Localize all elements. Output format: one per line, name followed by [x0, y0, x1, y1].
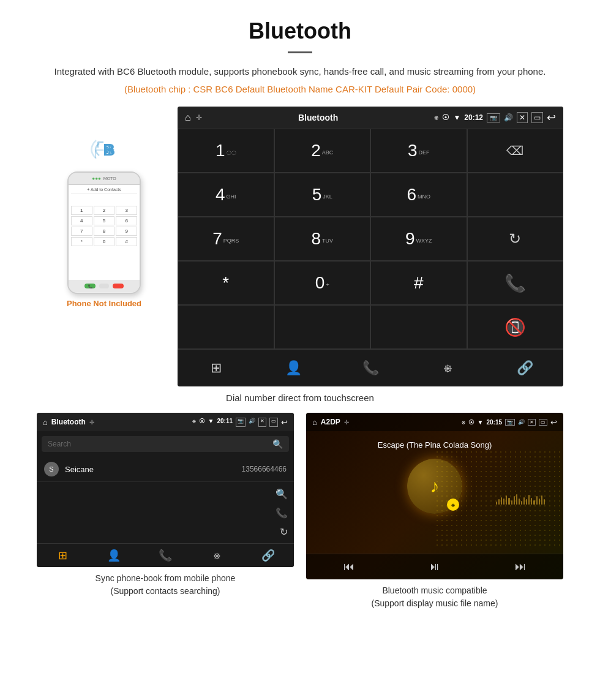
music-vol-icon[interactable]: 🔊 — [518, 419, 525, 425]
key-7[interactable]: 7 PQRS — [178, 217, 274, 261]
key-star[interactable]: * — [178, 261, 274, 305]
pb-time: 20:11 — [217, 418, 233, 427]
pb-contact-number: 13566664466 — [242, 465, 287, 473]
key-refresh[interactable]: ↻ — [467, 217, 564, 261]
pb-side-search-icon[interactable]: 🔍 — [276, 488, 288, 500]
key-empty-r5-1 — [178, 305, 274, 349]
music-time: 20:15 — [486, 419, 502, 426]
key-empty-r5-2 — [274, 305, 371, 349]
nav-grid[interactable]: ⊞ — [201, 356, 231, 380]
pb-bt-icon: ⎈ — [192, 418, 196, 427]
back-icon[interactable]: ↩ — [547, 111, 556, 124]
music-loc-icon: ⦿ — [468, 419, 474, 426]
close-icon[interactable]: ✕ — [517, 112, 528, 123]
pb-usb-icon: ✛ — [89, 419, 94, 426]
location-icon: ⦿ — [442, 113, 449, 122]
pb-contact-avatar: S — [44, 462, 59, 476]
pb-contact-row[interactable]: S Seicane 13566664466 — [37, 457, 294, 482]
dial-row: B ⎈ ●●● MOTO + A — [37, 107, 563, 386]
pb-back-icon[interactable]: ↩ — [281, 418, 288, 427]
nav-bluetooth[interactable]: ⎈ — [432, 356, 463, 380]
page-header: Bluetooth Integrated with BC6 Bluetooth … — [0, 0, 600, 100]
key-9[interactable]: 9 WXYZ — [370, 217, 467, 261]
key-4[interactable]: 4 GHI — [178, 173, 274, 217]
music-win-icon[interactable]: ▭ — [539, 419, 547, 426]
phone-image: ●●● MOTO + Add to Contacts 123 456 789 *… — [67, 171, 141, 294]
bt-symbol: ⎈ — [105, 141, 113, 158]
pb-search-bar[interactable]: Search 🔍 — [42, 436, 289, 452]
pb-side-refresh-icon[interactable]: ↻ — [280, 526, 288, 538]
phone-screen: + Add to Contacts 123 456 789 *0# — [69, 185, 140, 280]
bluetooth-signal: B ⎈ — [86, 131, 122, 168]
usb-icon: ✛ — [196, 113, 202, 122]
music-content: Escape (The Pina Colada Song) ♪ ⎈ — [306, 431, 563, 554]
music-back-icon[interactable]: ↩ — [550, 418, 557, 427]
pb-home-icon[interactable]: ⌂ — [43, 418, 48, 427]
specs-text: (Bluetooth chip : CSR BC6 Default Blueto… — [37, 84, 563, 94]
pb-nav-phone[interactable]: 📞 — [153, 549, 178, 562]
music-nav-prev-track[interactable]: ⏮ — [337, 560, 361, 573]
nav-link[interactable]: 🔗 — [509, 356, 540, 380]
pb-bottom-nav: ⊞ 👤 📞 ⎈ 🔗 — [37, 543, 294, 567]
pb-nav-bluetooth[interactable]: ⎈ — [204, 549, 229, 562]
pb-nav-grid[interactable]: ⊞ — [50, 549, 75, 562]
key-2[interactable]: 2 ABC — [274, 129, 371, 173]
backspace-icon[interactable]: ⌫ — [506, 143, 523, 158]
camera-icon[interactable]: 📷 — [487, 113, 500, 122]
car-bottom-nav: ⊞ 👤 📞 ⎈ 🔗 — [178, 349, 563, 386]
divider — [288, 51, 312, 53]
phonebook-screen: ⌂ Bluetooth ✛ ⎈ ⦿ ▼ 20:11 📷 🔊 ✕ ▭ ↩ — [37, 413, 294, 567]
music-nav-play-pause[interactable]: ⏯ — [422, 560, 447, 573]
music-home-icon[interactable]: ⌂ — [312, 418, 317, 427]
pb-side-phone-icon[interactable]: 📞 — [276, 507, 288, 519]
pb-contact-name: Seicane — [65, 465, 242, 474]
volume-icon[interactable]: 🔊 — [504, 113, 513, 122]
key-3[interactable]: 3 DEF — [370, 129, 467, 173]
pb-title: Bluetooth — [51, 418, 86, 426]
phone-call-green: 📞 — [84, 284, 96, 288]
bluetooth-status-icon: ⎈ — [434, 113, 438, 122]
pb-cam-icon[interactable]: 📷 — [236, 418, 246, 427]
pb-nav-link[interactable]: 🔗 — [256, 549, 280, 562]
music-cam-icon[interactable]: 📷 — [505, 419, 515, 426]
window-icon[interactable]: ▭ — [531, 112, 543, 123]
nav-phone[interactable]: 📞 — [355, 356, 386, 380]
topbar-left: ⌂ ✛ — [185, 112, 202, 123]
pb-close-icon[interactable]: ✕ — [258, 418, 266, 427]
phone-not-included-label: Phone Not Included — [67, 299, 141, 308]
key-6[interactable]: 6 MNO — [370, 173, 467, 217]
car-screen-dial: ⌂ ✛ Bluetooth ⎈ ⦿ ▼ 20:12 📷 🔊 ✕ ▭ ↩ — [178, 107, 563, 386]
music-close-icon[interactable]: ✕ — [528, 419, 536, 426]
music-bt-icon: ⎈ — [462, 419, 465, 426]
music-nav-next-track[interactable]: ⏭ — [508, 560, 533, 573]
topbar-title: Bluetooth — [298, 113, 338, 122]
key-call-green[interactable]: 📞 — [467, 261, 564, 305]
pb-topbar: ⌂ Bluetooth ✛ ⎈ ⦿ ▼ 20:11 📷 🔊 ✕ ▭ ↩ — [37, 413, 294, 431]
pb-search-icon: 🔍 — [272, 439, 283, 449]
music-block: ⌂ A2DP ✛ ⎈ ⦿ ▼ 20:15 📷 🔊 ✕ ▭ ↩ — [306, 413, 563, 610]
nav-contacts[interactable]: 👤 — [278, 356, 309, 380]
home-icon[interactable]: ⌂ — [185, 112, 191, 123]
key-empty-2 — [467, 173, 564, 217]
bottom-screenshots: ⌂ Bluetooth ✛ ⎈ ⦿ ▼ 20:11 📷 🔊 ✕ ▭ ↩ — [0, 413, 600, 610]
main-dial-section: B ⎈ ●●● MOTO + A — [0, 100, 600, 413]
key-hash[interactable]: # — [370, 261, 467, 305]
refresh-icon: ↻ — [509, 230, 521, 247]
pb-win-icon[interactable]: ▭ — [269, 418, 278, 427]
page-title: Bluetooth — [37, 18, 563, 44]
music-title: A2DP — [321, 418, 340, 426]
pb-nav-contacts[interactable]: 👤 — [102, 549, 126, 562]
time-display: 20:12 — [464, 113, 483, 122]
key-5[interactable]: 5 JKL — [274, 173, 371, 217]
pb-topbar-right: ⎈ ⦿ ▼ 20:11 📷 🔊 ✕ ▭ ↩ — [192, 418, 288, 427]
car-screen-topbar: ⌂ ✛ Bluetooth ⎈ ⦿ ▼ 20:12 📷 🔊 ✕ ▭ ↩ — [178, 107, 563, 129]
key-call-red[interactable]: 📵 — [467, 305, 564, 349]
key-0[interactable]: 0 + — [274, 261, 371, 305]
key-8[interactable]: 8 TUV — [274, 217, 371, 261]
pb-vol-icon[interactable]: 🔊 — [249, 418, 255, 427]
description: Integrated with BC6 Bluetooth module, su… — [37, 64, 563, 79]
phonebook-caption: Sync phone-book from mobile phone(Suppor… — [37, 572, 294, 598]
key-empty-1: ⌫ — [467, 129, 564, 173]
key-1[interactable]: 1 ◌◌ — [178, 129, 274, 173]
phone-bottom-bar: 📞 — [69, 280, 140, 292]
